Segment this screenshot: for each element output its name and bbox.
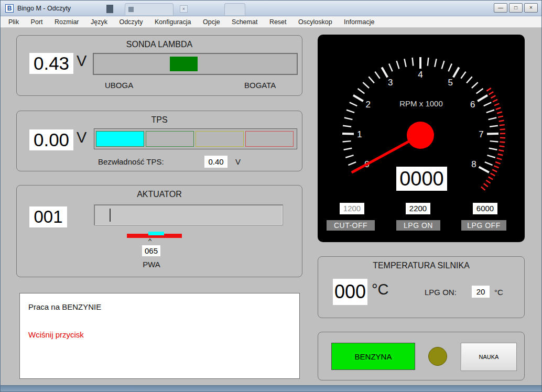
tps-value: 0.00: [29, 129, 73, 150]
tps-inertia-unit: V: [235, 157, 241, 166]
cutoff-rpm-value: 1200: [340, 203, 364, 214]
lambda-panel: SONDA LAMBDA 0.43 V UBOGA BOGATA: [16, 35, 302, 96]
app-window: B Bingo M - Odczyty × — □ × Plik Port Ro…: [0, 0, 542, 392]
background-window-tab[interactable]: [224, 3, 245, 15]
pwa-value: 065: [142, 245, 160, 256]
lpg-on-temp-unit: °C: [494, 288, 503, 297]
text-cursor: [110, 209, 111, 222]
lpg-on-label: LPG ON: [396, 220, 440, 231]
status-led: [428, 347, 447, 366]
tps-panel-title: TPS: [17, 115, 302, 125]
menu-item-schemat[interactable]: Schemat: [227, 16, 262, 28]
lambda-panel-title: SONDA LAMBDA: [17, 40, 302, 49]
tps-unit: V: [77, 129, 86, 146]
menu-item-opcje[interactable]: Opcje: [198, 16, 225, 28]
background-window-tab[interactable]: [125, 3, 174, 15]
tps-panel: TPS 0.00 V Bezwładność TPS: 0.40 V: [16, 111, 302, 171]
temperature-panel-title: TEMPERATURA SILNIKA: [318, 261, 524, 270]
menu-item-reset[interactable]: Reset: [265, 16, 291, 28]
svg-text:4: 4: [418, 70, 422, 80]
title-bar: B Bingo M - Odczyty × — □ ×: [1, 1, 541, 16]
tps-bar-gauge: [94, 128, 297, 149]
tps-segment-3: [196, 131, 244, 147]
svg-text:8: 8: [471, 159, 476, 169]
window-controls: — □ ×: [494, 3, 538, 13]
lambda-unit: V: [77, 52, 86, 70]
lpg-on-rpm-value: 2200: [406, 203, 430, 214]
cutoff-label: CUT-OFF: [327, 220, 375, 231]
lambda-bar-fill: [170, 57, 198, 71]
caret-marker: ^: [146, 237, 154, 245]
fuel-panel: BENZYNA NAUKA: [318, 332, 525, 380]
actuator-panel: AKTUATOR 001 ^ 065 PWA: [16, 185, 302, 277]
actuator-panel-title: AKTUATOR: [17, 190, 302, 199]
menu-item-port[interactable]: Port: [26, 16, 48, 28]
actuator-position-marker: [148, 232, 164, 235]
svg-text:3: 3: [388, 78, 393, 88]
lpg-on-temp-label: LPG ON:: [425, 288, 457, 297]
tps-inertia-label: Bezwładność TPS:: [98, 157, 164, 166]
benzyna-button[interactable]: BENZYNA: [331, 343, 415, 370]
svg-text:7: 7: [479, 129, 483, 139]
tab-icon: [128, 7, 134, 12]
temperature-panel: TEMPERATURA SILNIKA 000 °C LPG ON: 20 °C: [318, 256, 525, 318]
lpg-off-rpm-value: 6000: [473, 203, 497, 214]
actuator-input-field[interactable]: [94, 204, 283, 225]
window-bottom-frame: [1, 385, 541, 392]
menu-item-odczyty[interactable]: Odczyty: [114, 16, 147, 28]
main-area: SONDA LAMBDA 0.43 V UBOGA BOGATA TPS 0.0…: [1, 28, 542, 385]
app-icon: B: [5, 4, 14, 13]
rpm-scale-label: RPM x 1000: [318, 99, 525, 108]
lpg-on-temp-value: 20: [472, 286, 490, 298]
lpg-off-label: LPG OFF: [461, 220, 506, 231]
actuator-value: 001: [29, 206, 67, 227]
background-window-fragment[interactable]: [106, 5, 113, 13]
rpm-panel: 012345678 RPM x 1000 0000 1200 2200 6000…: [318, 35, 525, 242]
tps-inertia-value: 0.40: [204, 156, 227, 168]
temperature-value: 000: [333, 279, 367, 305]
tps-segment-4: [245, 131, 294, 147]
lambda-bar-gauge: [93, 53, 298, 75]
window-maximize-button[interactable]: □: [509, 3, 523, 13]
menu-item-rozmiar[interactable]: Rozmiar: [50, 16, 84, 28]
window-title: Bingo M - Odczyty: [17, 1, 71, 16]
window-minimize-button[interactable]: —: [494, 3, 507, 13]
lambda-label-bogata: BOGATA: [244, 81, 276, 90]
svg-text:1: 1: [357, 129, 362, 139]
menu-item-informacje[interactable]: Informacje: [339, 16, 379, 28]
window-close-button[interactable]: ×: [524, 3, 538, 13]
temperature-unit: °C: [372, 281, 389, 298]
menu-item-jezyk[interactable]: Język: [86, 16, 112, 28]
menu-item-konfiguracja[interactable]: Konfiguracja: [150, 16, 196, 28]
pwa-label: PWA: [139, 260, 164, 269]
message-panel: Praca na BENZYNIE Wciśnij przycisk: [19, 293, 300, 379]
menu-bar: Plik Port Rozmiar Język Odczyty Konfigur…: [1, 16, 541, 28]
nauka-button[interactable]: NAUKA: [461, 343, 517, 371]
svg-text:5: 5: [448, 78, 453, 88]
message-line-1: Praca na BENZYNIE: [28, 302, 101, 311]
menu-item-oscyloskop[interactable]: Oscyloskop: [294, 16, 337, 28]
lambda-label-uboga: UBOGA: [105, 81, 133, 90]
menu-item-plik[interactable]: Plik: [4, 16, 24, 28]
message-line-2: Wciśnij przycisk: [28, 330, 84, 339]
background-tab-close-icon[interactable]: ×: [180, 5, 188, 13]
tps-segment-1: [96, 131, 144, 147]
tps-segment-2: [146, 131, 194, 147]
lambda-value: 0.43: [29, 53, 73, 74]
rpm-digital-display: 0000: [396, 167, 447, 191]
